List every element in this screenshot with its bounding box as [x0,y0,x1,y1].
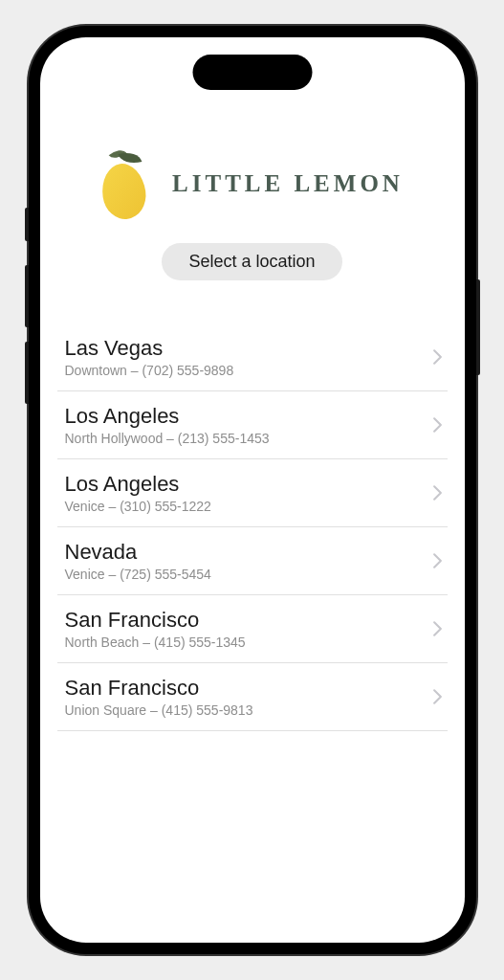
location-item[interactable]: Los Angeles Venice – (310) 555-1222 [57,459,448,527]
location-city: Los Angeles [65,404,433,429]
location-city: Nevada [65,540,433,565]
location-details: North Beach – (415) 555-1345 [65,635,433,650]
location-city: San Francisco [65,608,433,633]
brand-name: LITTLE LEMON [172,170,404,197]
chevron-right-icon [433,621,442,636]
location-info: Los Angeles North Hollywood – (213) 555-… [65,404,433,446]
location-info: Los Angeles Venice – (310) 555-1222 [65,472,433,514]
location-details: Downtown – (702) 555-9898 [65,363,433,378]
lemon-icon [100,147,153,219]
location-city: San Francisco [65,676,433,701]
location-info: San Francisco North Beach – (415) 555-13… [65,608,433,650]
chevron-right-icon [433,349,442,365]
chevron-right-icon [433,553,442,568]
chevron-right-icon [433,417,442,433]
location-city: Los Angeles [65,472,433,497]
location-info: Las Vegas Downtown – (702) 555-9898 [65,336,433,378]
location-item[interactable]: Las Vegas Downtown – (702) 555-9898 [57,323,448,391]
volume-down-button [25,342,29,404]
location-details: Union Square – (415) 555-9813 [65,702,433,718]
location-details: North Hollywood – (213) 555-1453 [65,431,433,446]
location-info: San Francisco Union Square – (415) 555-9… [65,676,433,718]
location-list: Las Vegas Downtown – (702) 555-9898 Los … [40,323,465,731]
chevron-right-icon [433,485,442,501]
location-item[interactable]: San Francisco Union Square – (415) 555-9… [57,663,448,731]
select-location-button[interactable]: Select a location [162,243,341,280]
location-item[interactable]: Los Angeles North Hollywood – (213) 555-… [57,391,448,459]
power-button [476,279,480,375]
location-details: Venice – (725) 555-5454 [65,567,433,582]
mute-switch [25,208,29,241]
app-content: LITTLE LEMON Select a location Las Vegas… [40,37,465,731]
location-item[interactable]: Nevada Venice – (725) 555-5454 [57,527,448,595]
location-info: Nevada Venice – (725) 555-5454 [65,540,433,582]
chevron-right-icon [433,689,442,704]
phone-frame: LITTLE LEMON Select a location Las Vegas… [29,26,476,954]
dynamic-island [192,55,312,90]
volume-up-button [25,265,29,327]
location-details: Venice – (310) 555-1222 [65,499,433,514]
screen: LITTLE LEMON Select a location Las Vegas… [40,37,465,943]
location-city: Las Vegas [65,336,433,361]
logo-header: LITTLE LEMON [40,147,465,219]
location-item[interactable]: San Francisco North Beach – (415) 555-13… [57,595,448,663]
